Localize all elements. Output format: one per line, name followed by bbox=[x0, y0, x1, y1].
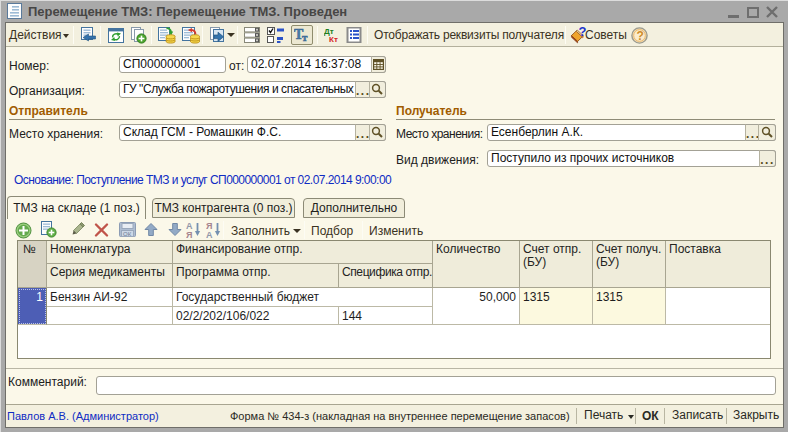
svg-text:ОК: ОК bbox=[123, 231, 132, 237]
svg-text:Кт: Кт bbox=[329, 35, 338, 43]
svg-text:т: т bbox=[302, 31, 308, 43]
svg-text:Я: Я bbox=[186, 230, 192, 239]
svg-text:?: ? bbox=[637, 29, 644, 43]
svg-text:А: А bbox=[206, 230, 213, 239]
